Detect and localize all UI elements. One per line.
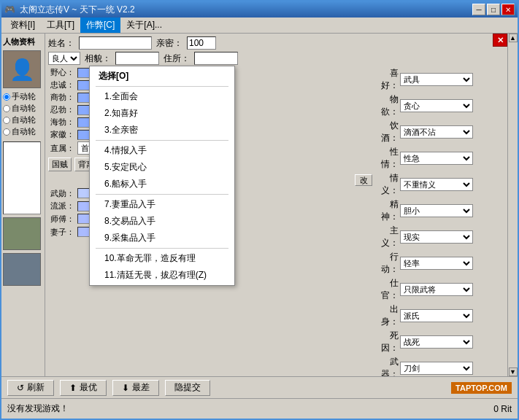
dropdown-item-7[interactable]: 8.交易品入手 — [90, 213, 234, 230]
drink-label: 饮酒： — [377, 120, 399, 144]
dropdown-item-6[interactable]: 7.妻重品入手 — [90, 196, 234, 213]
sep1 — [96, 86, 228, 87]
name-row: 姓名： 亲密： — [48, 36, 504, 50]
greed-row: 物欲： 贪心 — [377, 93, 504, 118]
radio-manual[interactable]: 手动轮 — [3, 91, 43, 102]
birth-select[interactable]: 派氏 — [400, 309, 473, 322]
title-bar-buttons: ─ □ ✕ — [472, 4, 515, 15]
school-label: 流派： — [48, 201, 74, 211]
spirit-select[interactable]: 胆小 — [400, 204, 473, 217]
death-label: 死因： — [377, 330, 399, 354]
sidebar-image2 — [3, 253, 41, 286]
intimacy-input[interactable] — [187, 36, 216, 50]
title-bar: 🎮 太阁立志传V ~ 天下一统 V2.2 ─ □ ✕ — [1, 1, 518, 18]
principle-row: 主义： 现实 — [377, 225, 504, 249]
martial-label: 武勋： — [48, 188, 74, 199]
name-label: 姓名： — [48, 37, 74, 50]
rit-counter: 0 Rit — [493, 404, 512, 414]
watermark-badge: TAPTOP.COM — [451, 382, 512, 394]
refresh-button[interactable]: ↺ 刷新 — [7, 380, 54, 396]
death-row: 死因： 战死 — [377, 330, 504, 354]
birth-label: 出身： — [377, 303, 399, 328]
menu-bar: 资料[I] 工具[T] 作弊[C] 关于[A]... — [1, 18, 518, 34]
identity-row: 良人 相貌： 住所： — [48, 52, 504, 65]
character-avatar: 👤 — [3, 50, 41, 88]
menu-tools[interactable]: 工具[T] — [41, 18, 80, 33]
scroll-up[interactable]: ▲ — [509, 34, 518, 42]
bandit-button[interactable]: 国贼 — [48, 158, 72, 171]
action-label: 行动： — [377, 251, 399, 276]
close-button[interactable]: ✕ — [501, 4, 515, 15]
window-icon: 🎮 — [4, 4, 15, 15]
intimacy-label: 亲密： — [156, 37, 182, 50]
action-row: 行动： 轻率 — [377, 251, 504, 276]
status-message: 没有发现游戏！ — [7, 402, 69, 415]
principle-select[interactable]: 现实 — [400, 230, 473, 244]
radio-auto1[interactable]: 自动轮 — [3, 103, 43, 114]
sidebar: 人物资料 👤 手动轮 自动轮 自动轮 自动轮 — [1, 34, 45, 376]
dropdown-item-2[interactable]: 3.全亲密 — [90, 122, 234, 139]
spirit-label: 精神： — [377, 198, 399, 223]
birth-row: 出身： 派氏 — [377, 303, 504, 328]
dropdown-item-5[interactable]: 6.船标入手 — [90, 176, 234, 192]
dropdown-item-8[interactable]: 9.采集品入手 — [90, 230, 234, 246]
change-button1[interactable]: 改 — [355, 174, 372, 186]
ambition-label: 野心： — [48, 67, 74, 78]
menu-about[interactable]: 关于[A]... — [120, 18, 168, 33]
best-button[interactable]: ⬆ 最优 — [60, 380, 107, 396]
best-icon: ⬆ — [69, 383, 77, 393]
friendship-select[interactable]: 不重情义 — [400, 178, 473, 191]
identity-select[interactable]: 良人 — [48, 52, 80, 65]
dropdown-item-0[interactable]: 1.全面会 — [90, 88, 234, 105]
maximize-button[interactable]: □ — [487, 4, 500, 15]
sidebar-text-area[interactable] — [3, 141, 41, 214]
drink-row: 饮酒： 滴酒不沾 — [377, 120, 504, 144]
dropdown-item-4[interactable]: 5.安定民心 — [90, 159, 234, 176]
friendship-row: 情义： 不重情义 — [377, 172, 504, 197]
personality-select[interactable]: 性急 — [400, 152, 473, 165]
drink-select[interactable]: 滴酒不沾 — [400, 125, 473, 139]
scrollbar[interactable]: ▲ ▼ — [507, 34, 518, 376]
direct-label: 直属： — [48, 143, 74, 154]
office-select[interactable]: 只限武将 — [400, 283, 473, 296]
greed-label: 物欲： — [377, 93, 399, 118]
dropdown-item-9[interactable]: 10.革命无罪，造反有理 — [90, 250, 234, 267]
menu-cheat[interactable]: 作弊[C] — [80, 18, 120, 33]
minimize-button[interactable]: ─ — [472, 4, 485, 15]
principle-label: 主义： — [377, 225, 399, 249]
residence-input[interactable] — [194, 52, 238, 65]
office-row: 仕官： 只限武将 — [377, 277, 504, 302]
friendship-label: 情义： — [377, 172, 399, 197]
window-title: 太阁立志传V ~ 天下一统 V2.2 — [20, 4, 135, 16]
commerce-label: 商勃： — [48, 92, 74, 103]
name-input[interactable] — [79, 36, 152, 50]
personality-row: 性情： 性急 — [377, 146, 504, 171]
endurance-label: 忍勃： — [48, 104, 74, 115]
radio-auto2[interactable]: 自动轮 — [3, 114, 43, 125]
radio-group: 手动轮 自动轮 自动轮 自动轮 — [3, 91, 43, 137]
dropdown-title[interactable]: 选择[O] — [90, 68, 234, 85]
sep2 — [96, 140, 228, 141]
weapon-row: 武器： 刀剑 — [377, 356, 504, 376]
dropdown-item-3[interactable]: 4.情报入手 — [90, 142, 234, 159]
death-select[interactable]: 战死 — [400, 335, 473, 349]
greed-select[interactable]: 贪心 — [400, 99, 473, 112]
weapon-label: 武器： — [377, 356, 399, 376]
menu-data[interactable]: 资料[I] — [4, 18, 41, 33]
sidebar-title: 人物资料 — [3, 36, 43, 47]
face-input[interactable] — [115, 52, 159, 65]
submit-button[interactable]: 隐提交 — [165, 380, 210, 396]
dropdown-item-1[interactable]: 2.知喜好 — [90, 105, 234, 122]
like-select[interactable]: 武具 — [400, 73, 473, 86]
face-label: 相貌： — [85, 52, 111, 65]
panel-close-button[interactable]: ✕ — [493, 34, 507, 47]
worst-button[interactable]: ⬇ 最差 — [112, 380, 159, 396]
sep3 — [96, 194, 228, 195]
radio-auto3[interactable]: 自动轮 — [3, 126, 43, 137]
action-select[interactable]: 轻率 — [400, 257, 473, 270]
weapon-select[interactable]: 刀剑 — [400, 362, 473, 375]
dropdown-menu: 选择[O] 1.全面会 2.知喜好 3.全亲密 4.情报入手 5.安定民心 6.… — [89, 66, 235, 286]
dropdown-item-10[interactable]: 11.清廷无畏，拔忍有理(Z) — [90, 267, 234, 284]
scroll-down[interactable]: ▼ — [509, 368, 518, 376]
teacher-label: 师傅： — [48, 214, 74, 225]
